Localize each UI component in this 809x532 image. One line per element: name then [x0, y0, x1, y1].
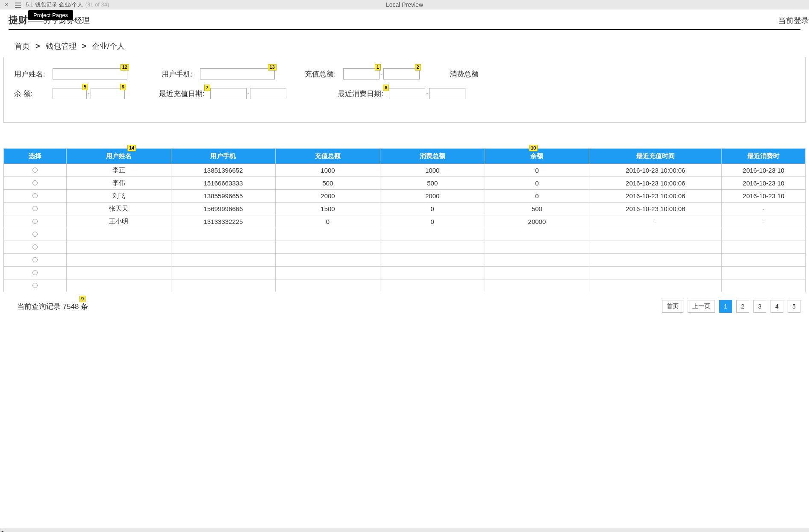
- cell-name: 王小明: [66, 215, 171, 228]
- cell-select[interactable]: [4, 215, 67, 228]
- th-name: 用户姓名: [66, 149, 171, 164]
- cell-name: 张天天: [66, 203, 171, 215]
- cell-select[interactable]: [4, 254, 67, 267]
- cell-select[interactable]: [4, 164, 67, 177]
- annotation-badge: 2: [415, 64, 421, 71]
- annotation-badge: 8: [383, 85, 389, 91]
- page-button-5[interactable]: 5: [788, 300, 800, 313]
- cell-recharge: [276, 254, 380, 267]
- label-recent-recharge-date: 最近充值日期:: [159, 89, 210, 99]
- radio-icon[interactable]: [32, 206, 38, 211]
- first-page-button[interactable]: 首页: [662, 300, 683, 313]
- brand-name: 捷财: [9, 14, 28, 26]
- radio-icon[interactable]: [32, 232, 38, 237]
- prev-page-button[interactable]: 上一页: [688, 300, 715, 313]
- cell-name: [66, 254, 171, 267]
- radio-icon[interactable]: [32, 168, 38, 173]
- annotation-badge: 14: [127, 145, 136, 151]
- breadcrumb-item-wallet[interactable]: 钱包管理: [46, 42, 76, 50]
- table-row[interactable]: [4, 254, 806, 267]
- label-user-phone: 用户手机:: [162, 69, 200, 79]
- cell-name: [66, 267, 171, 279]
- radio-icon[interactable]: [32, 270, 38, 275]
- table-row[interactable]: [4, 241, 806, 254]
- table-row[interactable]: 王小明131333322250020000--: [4, 215, 806, 228]
- input-recent-recharge-to[interactable]: [250, 88, 286, 99]
- input-recent-consume-from[interactable]: [389, 88, 425, 99]
- cell-recharge: 2000: [276, 190, 380, 203]
- cell-ctime: [722, 267, 806, 279]
- close-icon[interactable]: ×: [0, 1, 13, 8]
- cell-rtime: [589, 267, 722, 279]
- radio-icon[interactable]: [32, 180, 38, 185]
- radio-icon[interactable]: [32, 219, 38, 224]
- cell-rtime: [589, 254, 722, 267]
- cell-phone: [171, 241, 276, 254]
- cell-balance: 0: [485, 190, 589, 203]
- table-row[interactable]: 李伟1516666333350050002016-10-23 10:00:062…: [4, 177, 806, 190]
- page-button-3[interactable]: 3: [753, 300, 766, 313]
- page-tab-count: (31 of 34): [85, 1, 109, 8]
- cell-recharge: [276, 279, 380, 292]
- cell-phone: [171, 279, 276, 292]
- cell-recharge: [276, 228, 380, 241]
- radio-icon[interactable]: [32, 193, 38, 198]
- input-recent-recharge-from[interactable]: [210, 88, 247, 99]
- cell-name: [66, 228, 171, 241]
- menu-icon[interactable]: [13, 1, 23, 8]
- header-rule: [9, 29, 800, 30]
- input-user-phone[interactable]: [200, 68, 275, 79]
- cell-balance: 20000: [485, 215, 589, 228]
- cell-consume: [380, 241, 485, 254]
- annotation-badge: 12: [121, 64, 129, 71]
- radio-icon[interactable]: [32, 257, 38, 262]
- cell-select[interactable]: [4, 190, 67, 203]
- cell-balance: [485, 241, 589, 254]
- cell-rtime: -: [589, 215, 722, 228]
- cell-rtime: 2016-10-23 10:00:06: [589, 177, 722, 190]
- input-user-name[interactable]: [53, 68, 127, 79]
- cell-consume: 2000: [380, 190, 485, 203]
- cell-phone: [171, 254, 276, 267]
- page-button-1[interactable]: 1: [719, 300, 732, 313]
- breadcrumb-sep: >: [82, 42, 87, 50]
- radio-icon[interactable]: [32, 283, 38, 288]
- cell-rtime: 2016-10-23 10:00:06: [589, 190, 722, 203]
- table-row[interactable]: 刘飞138559966552000200002016-10-23 10:00:0…: [4, 190, 806, 203]
- cell-select[interactable]: [4, 228, 67, 241]
- cell-recharge: 0: [276, 215, 380, 228]
- radio-icon[interactable]: [32, 244, 38, 250]
- table-row[interactable]: [4, 279, 806, 292]
- input-recharge-to[interactable]: [383, 68, 420, 79]
- cell-select[interactable]: [4, 279, 67, 292]
- cell-select[interactable]: [4, 177, 67, 190]
- table-row[interactable]: 李正138513966521000100002016-10-23 10:00:0…: [4, 164, 806, 177]
- login-state: 当前登录: [778, 15, 809, 26]
- input-recent-consume-to[interactable]: [429, 88, 465, 99]
- input-recharge-from[interactable]: [343, 68, 379, 79]
- cell-select[interactable]: [4, 241, 67, 254]
- cell-balance: 0: [485, 177, 589, 190]
- cell-balance: [485, 267, 589, 279]
- page-button-4[interactable]: 4: [771, 300, 783, 313]
- table-row[interactable]: [4, 228, 806, 241]
- th-select: 选择: [4, 149, 67, 164]
- horizontal-scrollbar[interactable]: ◂: [0, 528, 809, 532]
- cell-phone: [171, 228, 276, 241]
- label-recharge-total: 充值总额:: [305, 69, 343, 79]
- label-consume-total: 消费总额: [450, 69, 479, 79]
- breadcrumb-item-home[interactable]: 首页: [15, 42, 30, 50]
- cell-name: 李伟: [66, 177, 171, 190]
- preview-label: Local Preview: [386, 1, 423, 8]
- scroll-left-button[interactable]: ◂: [0, 528, 4, 532]
- cell-ctime: 2016-10-23 10: [722, 164, 806, 177]
- tooltip-project-pages: Project Pages: [28, 10, 73, 20]
- table-row[interactable]: [4, 267, 806, 279]
- cell-select[interactable]: [4, 203, 67, 215]
- table-row[interactable]: 张天天15699996666150005002016-10-23 10:00:0…: [4, 203, 806, 215]
- page-button-2[interactable]: 2: [736, 300, 749, 313]
- cell-rtime: 2016-10-23 10:00:06: [589, 164, 722, 177]
- cell-ctime: [722, 228, 806, 241]
- cell-rtime: 2016-10-23 10:00:06: [589, 203, 722, 215]
- cell-select[interactable]: [4, 267, 67, 279]
